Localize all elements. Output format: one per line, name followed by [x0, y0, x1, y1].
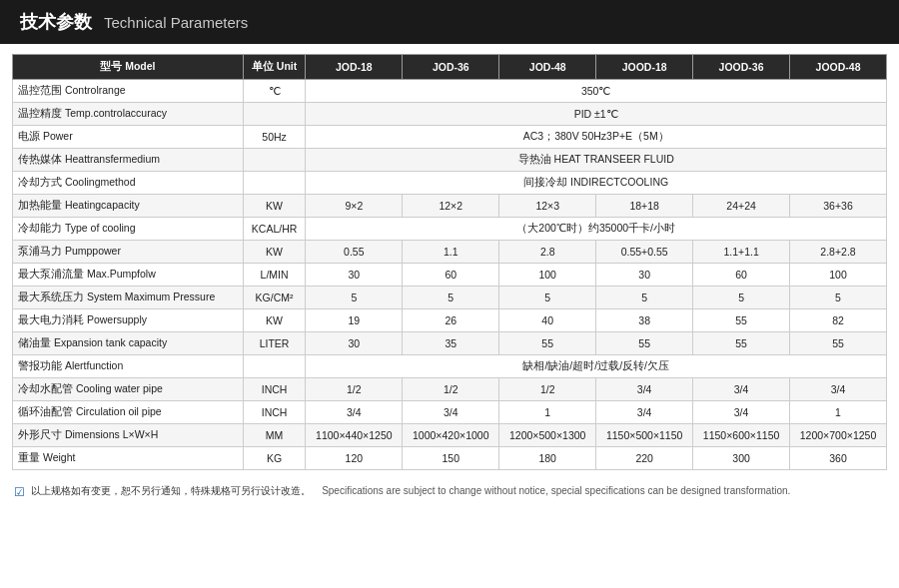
cell-unit: KW — [243, 309, 306, 332]
table-row: 泵浦马力 PumppowerKW0.551.12.80.55+0.551.1+1… — [13, 241, 887, 264]
cell-value: 1000×420×1000 — [403, 424, 499, 447]
cell-span-value: 缺相/缺油/超时/过载/反转/欠压 — [306, 355, 887, 378]
cell-value: 82 — [790, 309, 887, 332]
table-header-row: 型号 Model 单位 Unit JOD-18 JOD-36 JOD-48 JO… — [13, 55, 887, 80]
cell-value: 1200×700×1250 — [790, 424, 887, 447]
table-row: 温控精度 Temp.controlaccuracyPID ±1℃ — [13, 103, 887, 126]
cell-unit: KG — [243, 447, 306, 470]
table-body: 温控范围 Controlrange℃350℃温控精度 Temp.controla… — [13, 80, 887, 470]
cell-value: 36+36 — [790, 195, 887, 218]
cell-value: 5 — [403, 287, 499, 309]
table-row: 加热能量 HeatingcapacityKW9×212×212×318+1824… — [13, 195, 887, 218]
cell-value: 1150×500×1150 — [596, 424, 693, 447]
cell-unit: INCH — [243, 401, 306, 424]
cell-param: 最大系统压力 System Maximum Pressure — [13, 287, 244, 309]
cell-unit: KW — [243, 241, 306, 264]
cell-unit — [243, 103, 306, 126]
cell-value: 30 — [306, 332, 403, 355]
cell-unit: LITER — [243, 332, 306, 355]
cell-unit — [243, 355, 306, 378]
cell-unit: 50Hz — [243, 126, 306, 149]
cell-value: 38 — [596, 309, 693, 332]
cell-param: 传热媒体 Heattransfermedium — [13, 149, 244, 172]
cell-value: 1 — [790, 401, 887, 424]
cell-value: 1/2 — [499, 378, 596, 401]
cell-value: 3/4 — [596, 401, 693, 424]
col-unit: 单位 Unit — [243, 55, 306, 80]
cell-param: 温控范围 Controlrange — [13, 80, 244, 103]
table-row: 储油量 Expansion tank capacityLITER30355555… — [13, 332, 887, 355]
cell-value: 19 — [306, 309, 403, 332]
cell-value: 3/4 — [693, 401, 790, 424]
footer-text-en: Specifications are subject to change wit… — [322, 485, 790, 496]
table-row: 冷却能力 Type of coolingKCAL/HR（大200℃时）约3500… — [13, 218, 887, 241]
table-row: 电源 Power50HzAC3；380V 50Hz3P+E（5M） — [13, 126, 887, 149]
cell-value: 55 — [499, 332, 596, 355]
table-row: 温控范围 Controlrange℃350℃ — [13, 80, 887, 103]
footer-text-cn: 以上规格如有变更，恕不另行通知，特殊规格可另行设计改造。 — [31, 485, 311, 496]
cell-value: 3/4 — [403, 401, 499, 424]
cell-value: 3/4 — [790, 378, 887, 401]
cell-value: 180 — [499, 447, 596, 470]
table-row: 冷却水配管 Cooling water pipeINCH1/21/21/23/4… — [13, 378, 887, 401]
cell-param: 冷却方式 Coolingmethod — [13, 172, 244, 195]
cell-value: 55 — [693, 332, 790, 355]
cell-value: 300 — [693, 447, 790, 470]
cell-value: 1200×500×1300 — [499, 424, 596, 447]
cell-value: 18+18 — [596, 195, 693, 218]
table-row: 传热媒体 Heattransfermedium导热油 HEAT TRANSEER… — [13, 149, 887, 172]
cell-value: 26 — [403, 309, 499, 332]
cell-value: 24+24 — [693, 195, 790, 218]
cell-value: 55 — [596, 332, 693, 355]
cell-param: 冷却能力 Type of cooling — [13, 218, 244, 241]
table-row: 外形尺寸 Dimensions L×W×HMM1100×440×12501000… — [13, 424, 887, 447]
cell-value: 1150×600×1150 — [693, 424, 790, 447]
cell-value: 60 — [693, 264, 790, 287]
col-jod18: JOD-18 — [306, 55, 403, 80]
cell-param: 加热能量 Heatingcapacity — [13, 195, 244, 218]
cell-value: 5 — [499, 287, 596, 309]
col-jod48: JOD-48 — [499, 55, 596, 80]
cell-param: 外形尺寸 Dimensions L×W×H — [13, 424, 244, 447]
cell-param: 最大泵浦流量 Max.Pumpfolw — [13, 264, 244, 287]
col-jood36: JOOD-36 — [693, 55, 790, 80]
cell-unit — [243, 172, 306, 195]
cell-unit: KG/CM² — [243, 287, 306, 309]
cell-value: 35 — [403, 332, 499, 355]
table-row: 警报功能 Alertfunction缺相/缺油/超时/过载/反转/欠压 — [13, 355, 887, 378]
cell-value: 5 — [306, 287, 403, 309]
cell-unit: INCH — [243, 378, 306, 401]
cell-value: 2.8 — [499, 241, 596, 264]
cell-param: 泵浦马力 Pumppower — [13, 241, 244, 264]
page-header: 技术参数 Technical Parameters — [0, 0, 899, 44]
cell-span-value: （大200℃时）约35000千卡/小时 — [306, 218, 887, 241]
cell-value: 5 — [596, 287, 693, 309]
cell-param: 警报功能 Alertfunction — [13, 355, 244, 378]
cell-param: 温控精度 Temp.controlaccuracy — [13, 103, 244, 126]
cell-value: 9×2 — [306, 195, 403, 218]
cell-param: 重量 Weight — [13, 447, 244, 470]
cell-value: 30 — [306, 264, 403, 287]
cell-value: 2.8+2.8 — [790, 241, 887, 264]
table-section: 型号 Model 单位 Unit JOD-18 JOD-36 JOD-48 JO… — [0, 44, 899, 478]
cell-unit: MM — [243, 424, 306, 447]
cell-param: 最大电力消耗 Powersupply — [13, 309, 244, 332]
cell-value: 1/2 — [403, 378, 499, 401]
cell-value: 3/4 — [596, 378, 693, 401]
cell-value: 5 — [790, 287, 887, 309]
cell-value: 55 — [693, 309, 790, 332]
cell-value: 1.1 — [403, 241, 499, 264]
cell-param: 循环油配管 Circulation oil pipe — [13, 401, 244, 424]
cell-value: 1100×440×1250 — [306, 424, 403, 447]
cell-value: 5 — [693, 287, 790, 309]
cell-value: 12×2 — [403, 195, 499, 218]
cell-param: 储油量 Expansion tank capacity — [13, 332, 244, 355]
cell-value: 150 — [403, 447, 499, 470]
cell-unit — [243, 149, 306, 172]
cell-value: 30 — [596, 264, 693, 287]
cell-param: 电源 Power — [13, 126, 244, 149]
spec-table: 型号 Model 单位 Unit JOD-18 JOD-36 JOD-48 JO… — [12, 54, 887, 470]
col-model: 型号 Model — [13, 55, 244, 80]
cell-span-value: AC3；380V 50Hz3P+E（5M） — [306, 126, 887, 149]
col-jod36: JOD-36 — [403, 55, 499, 80]
